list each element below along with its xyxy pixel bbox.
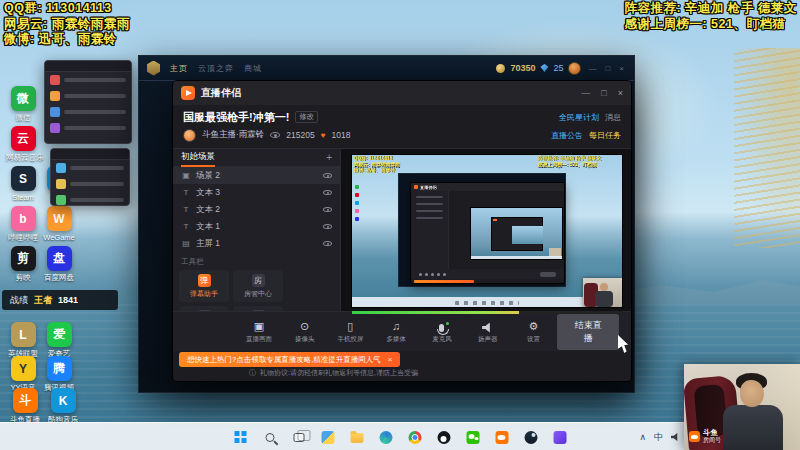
source-item-text3[interactable]: T文本 3 [173, 184, 340, 201]
preview-studio-logo-icon [414, 185, 418, 189]
panel-titlebar[interactable] [45, 61, 131, 72]
gem-icon [540, 64, 548, 72]
floating-panel-window[interactable] [44, 60, 132, 144]
tool-danmaku-helper[interactable]: 弹弹幕助手 [179, 270, 229, 302]
notice-link[interactable]: 直播公告 [551, 130, 583, 141]
stream-preview[interactable]: 直播伴侣 QQ群: 113014113 [352, 155, 622, 307]
edge-icon [379, 431, 392, 444]
phone-icon: ▯ [347, 320, 353, 334]
game-maximize-button[interactable]: □ [603, 64, 612, 73]
panel-row[interactable] [45, 104, 131, 120]
game-tab-home[interactable]: 主页 [170, 63, 188, 74]
daily-task-link[interactable]: 每日任务 [589, 130, 621, 141]
desktop-icon-bilibili[interactable]: b哔哩哔哩 [6, 206, 40, 243]
game-tab-shop[interactable]: 商城 [244, 63, 262, 74]
panel-titlebar[interactable] [51, 149, 129, 160]
game-profile-avatar[interactable] [568, 62, 581, 75]
tools-header: 工具栏 [173, 252, 340, 270]
stats-score: 1841 [58, 295, 78, 305]
panel-item-icon [50, 75, 60, 85]
microphone-button[interactable]: 麦克风 [420, 320, 464, 344]
source-item-scene2[interactable]: ▣场景 2 [173, 167, 340, 184]
desktop-icon-baidu-pan[interactable]: 盘百度网盘 [42, 246, 76, 283]
banner-close-icon[interactable]: × [388, 355, 393, 364]
desktop-icon-jianying[interactable]: 剪剪映 [6, 246, 40, 283]
game-minimize-button[interactable]: — [586, 64, 598, 73]
overlay-lineup: 阵容推荐: 辛迪加 枪手 德莱文 [624, 1, 797, 17]
phone-cast-button[interactable]: ▯手机投屏 [329, 320, 373, 344]
desktop-icon-lol[interactable]: L英雄联盟 [6, 322, 40, 359]
widgets-button[interactable] [317, 426, 339, 448]
game-close-button[interactable]: × [617, 64, 626, 73]
tool-mod-center[interactable]: 房房管中心 [233, 270, 283, 302]
desktop-icon-kugou[interactable]: K酷狗音乐 [46, 388, 80, 425]
panel-row[interactable] [45, 72, 131, 88]
source-item-text2[interactable]: T文本 2 [173, 201, 340, 218]
edge-button[interactable] [375, 426, 397, 448]
studio-window: 直播伴侣 — □ × 国服最强枪手!冲第一! 修改 全民星计划 消息 斗鱼主播·… [172, 80, 632, 382]
iqiyi-icon: 爱 [47, 322, 72, 347]
visibility-toggle[interactable] [323, 207, 332, 212]
qq-taskbar-button[interactable] [433, 426, 455, 448]
start-button[interactable] [230, 426, 252, 448]
panel-row[interactable] [51, 160, 129, 176]
visibility-toggle[interactable] [323, 190, 332, 195]
maximize-button[interactable]: □ [601, 88, 606, 98]
desktop-icon-wechat[interactable]: 微微信 [6, 86, 40, 123]
promo-banner[interactable]: 想快速上热门?点击领取专属直播攻略,精准提升直播间人气 × [179, 352, 400, 367]
media-icon: ♫ [392, 320, 400, 334]
steam-taskbar-button[interactable] [520, 426, 542, 448]
media-button[interactable]: ♫多媒体 [374, 320, 418, 344]
panel-row[interactable] [51, 192, 129, 206]
stream-overlay-left: QQ群: 113014113 网易云: 雨霖铃雨霖雨 微博: 迅哥、雨霖铃 [4, 1, 130, 48]
camera-button[interactable]: ⊙摄像头 [283, 320, 327, 344]
panel-item-icon [50, 107, 60, 117]
live-screen-button[interactable]: ▣直播画面 [237, 320, 281, 344]
tray-expand-icon[interactable]: ∧ [639, 432, 646, 442]
studio-titlebar[interactable]: 直播伴侣 — □ × [173, 81, 631, 105]
file-explorer-button[interactable] [346, 426, 368, 448]
desktop-icon-netease-music[interactable]: 云网易云音乐 [6, 126, 40, 163]
wechat-taskbar-button[interactable] [462, 426, 484, 448]
activity-link[interactable]: 全民星计划 [559, 112, 599, 123]
desktop-icon-iqiyi[interactable]: 爱爱奇艺 [42, 322, 76, 359]
game-tab-tft[interactable]: 云顶之弈 [198, 63, 234, 74]
source-item-text1[interactable]: T文本 1 [173, 218, 340, 235]
messages-link[interactable]: 消息 [605, 112, 621, 123]
add-scene-button[interactable]: + [326, 152, 332, 163]
speaker-button[interactable]: 扬声器 [466, 320, 510, 344]
taskbar: ∧ 中 [0, 422, 800, 450]
chrome-button[interactable] [404, 426, 426, 448]
overlay-thanks: 感谢上周榜一: 521、盯档猫 [624, 17, 797, 33]
volume-icon[interactable] [671, 433, 680, 441]
douyu-taskbar-button[interactable] [491, 426, 513, 448]
desktop-icon-steam[interactable]: SSteam [6, 166, 40, 202]
task-view-button[interactable] [288, 426, 310, 448]
scene-tab[interactable]: 初始场景 [181, 149, 215, 167]
settings-button[interactable]: ⚙设置 [512, 320, 556, 344]
preview-level2-taskbar [471, 256, 562, 259]
mod-center-icon: 房 [252, 274, 265, 287]
search-button[interactable] [259, 426, 281, 448]
visibility-toggle[interactable] [323, 224, 332, 229]
visibility-toggle[interactable] [323, 173, 332, 178]
visibility-toggle[interactable] [323, 241, 332, 246]
close-button[interactable]: × [618, 88, 623, 98]
floating-list-window[interactable] [50, 148, 130, 206]
edit-title-button[interactable]: 修改 [295, 111, 318, 123]
end-live-button[interactable]: 结束直播 [557, 314, 619, 350]
desktop-icon-wegame[interactable]: WWeGame [42, 206, 76, 242]
panel-row[interactable] [51, 176, 129, 192]
panel-row[interactable] [45, 88, 131, 104]
desktop-icon-douyu[interactable]: 斗斗鱼直播 [8, 388, 42, 425]
minimize-button[interactable]: — [581, 88, 590, 98]
chrome-icon [408, 431, 421, 444]
source-item-mainscreen1[interactable]: ▤主屏 1 [173, 235, 340, 252]
studio-taskbar-button[interactable] [549, 426, 571, 448]
input-method-indicator[interactable]: 中 [654, 431, 663, 444]
panel-row[interactable] [45, 120, 131, 136]
display-source-icon: ▤ [181, 239, 191, 248]
douyu-icon [495, 431, 508, 444]
likes-icon: ♥ [321, 131, 326, 140]
panel-item-icon [56, 195, 66, 205]
